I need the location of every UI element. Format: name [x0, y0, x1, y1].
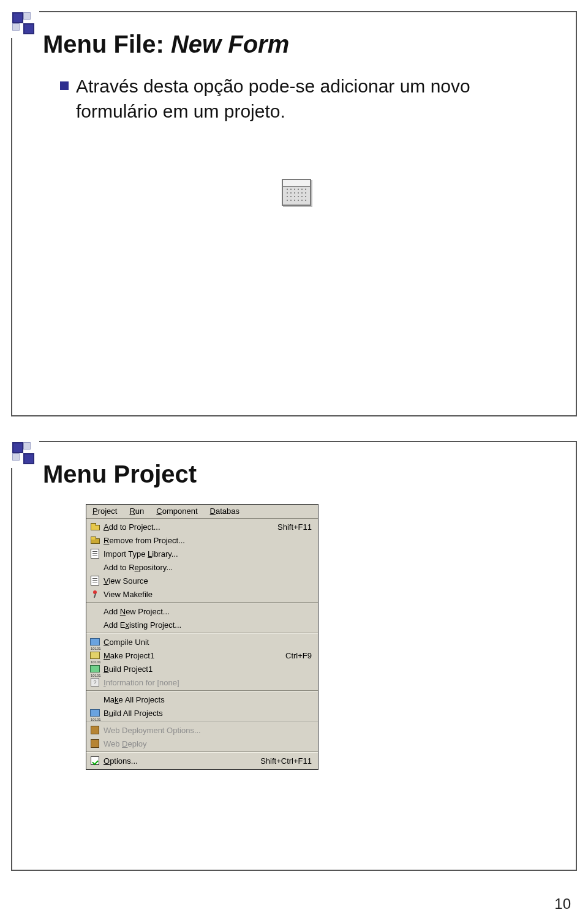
title-emphasis: New Form [171, 31, 289, 58]
corner-decoration [11, 441, 39, 468]
menu-item-label: Options... [101, 756, 254, 766]
block-icon [89, 663, 101, 674]
slide-menu-file-new-form: Menu File: New Form Através desta opção … [11, 11, 577, 416]
menu-item-shortcut: Ctrl+F9 [279, 651, 312, 660]
form-icon-wrap [39, 179, 554, 206]
project-menu-screenshot: Project Run Component Databas Add to Pro… [86, 504, 318, 770]
menu-item-options[interactable]: Options... Shift+Ctrl+F11 [86, 754, 318, 767]
menu-item-label: Add to Project... [101, 522, 271, 532]
blank-icon [89, 562, 101, 573]
menu-item-web-deployment-options: Web Deployment Options... [86, 723, 318, 737]
blank-icon [89, 606, 101, 617]
block-icon [89, 707, 101, 718]
menu-item-label: Remove from Project... [101, 536, 312, 545]
menu-item-label: Build Project1 [101, 665, 312, 674]
menu-item-label: Web Deploy [101, 739, 312, 748]
menu-item-compile-unit[interactable]: Compile Unit [86, 635, 318, 649]
menu-item-label: Web Deployment Options... [101, 726, 312, 735]
page-icon [89, 548, 101, 559]
menu-item-add-to-repository[interactable]: Add to Repository... [86, 560, 318, 574]
menu-separator [86, 721, 318, 722]
title-plain: Menu File: [43, 31, 171, 58]
menu-item-remove-from-project[interactable]: Remove from Project... [86, 533, 318, 547]
page-number: 10 [0, 895, 588, 915]
menu-item-add-existing-project[interactable]: Add Existing Project... [86, 618, 318, 631]
menu-item-label: Build All Projects [101, 709, 312, 718]
menu-item-add-new-project[interactable]: Add New Project... [86, 604, 318, 618]
blank-icon [89, 694, 101, 705]
menu-item-label: Add to Repository... [101, 563, 312, 572]
menu-item-view-source[interactable]: View Source [86, 574, 318, 587]
bullet-text: Através desta opção pode-se adicionar um… [76, 74, 554, 124]
info-icon: ? [89, 677, 101, 688]
menu-item-label: Information for [none] [101, 678, 312, 687]
menu-item-import-type-library[interactable]: Import Type Library... [86, 547, 318, 560]
menu-item-label: View Source [101, 576, 312, 586]
menu-item-shortcut: Shift+F11 [271, 522, 312, 532]
menu-item-shortcut: Shift+Ctrl+F11 [254, 756, 312, 766]
menu-item-label: Import Type Library... [101, 549, 312, 559]
menu-item-label: Add New Project... [101, 607, 312, 616]
menu-item-information-for-none: ? Information for [none] [86, 676, 318, 689]
menu-item-add-to-project[interactable]: Add to Project... Shift+F11 [86, 520, 318, 533]
slide-title: Menu Project [43, 461, 554, 488]
check-icon [89, 755, 101, 766]
menu-item-make-all-projects[interactable]: Make All Projects [86, 693, 318, 706]
menu-item-label: Compile Unit [101, 638, 312, 647]
menu-separator [86, 690, 318, 691]
menubar-item-project[interactable]: Project [92, 506, 117, 516]
corner-decoration [11, 11, 39, 38]
package-icon [89, 738, 101, 749]
pin-icon [89, 589, 101, 600]
slide-menu-project: Menu Project Project Run Component Datab… [11, 441, 577, 871]
menu-item-make-project1[interactable]: Make Project1 Ctrl+F9 [86, 649, 318, 662]
menu-separator [86, 633, 318, 634]
page-icon [89, 575, 101, 586]
package-icon [89, 725, 101, 736]
menubar-item-component[interactable]: Component [156, 506, 197, 516]
bullet-item: Através desta opção pode-se adicionar um… [60, 74, 554, 124]
menu-item-web-deploy: Web Deploy [86, 737, 318, 750]
menu-item-label: Make Project1 [101, 651, 279, 660]
menubar-item-database[interactable]: Databas [210, 506, 239, 516]
bullet-icon [60, 81, 69, 90]
menu-separator [86, 751, 318, 753]
menu-item-build-project1[interactable]: Build Project1 [86, 662, 318, 676]
menu-separator [86, 602, 318, 603]
blank-icon [89, 619, 101, 630]
new-form-icon [282, 179, 311, 206]
menubar-item-run[interactable]: Run [129, 506, 144, 516]
folder-open-icon [89, 521, 101, 532]
menu-item-label: Make All Projects [101, 695, 312, 704]
menu-item-build-all-projects[interactable]: Build All Projects [86, 706, 318, 720]
project-menu-list: Add to Project... Shift+F11 Remove from … [86, 519, 318, 769]
menu-item-label: View Makefile [101, 590, 312, 599]
menubar: Project Run Component Databas [86, 505, 318, 519]
slide-title: Menu File: New Form [43, 31, 554, 58]
menu-item-label: Add Existing Project... [101, 620, 312, 630]
block-icon [89, 650, 101, 661]
menu-item-view-makefile[interactable]: View Makefile [86, 587, 318, 601]
block-icon [89, 636, 101, 647]
folder-remove-icon [89, 535, 101, 546]
